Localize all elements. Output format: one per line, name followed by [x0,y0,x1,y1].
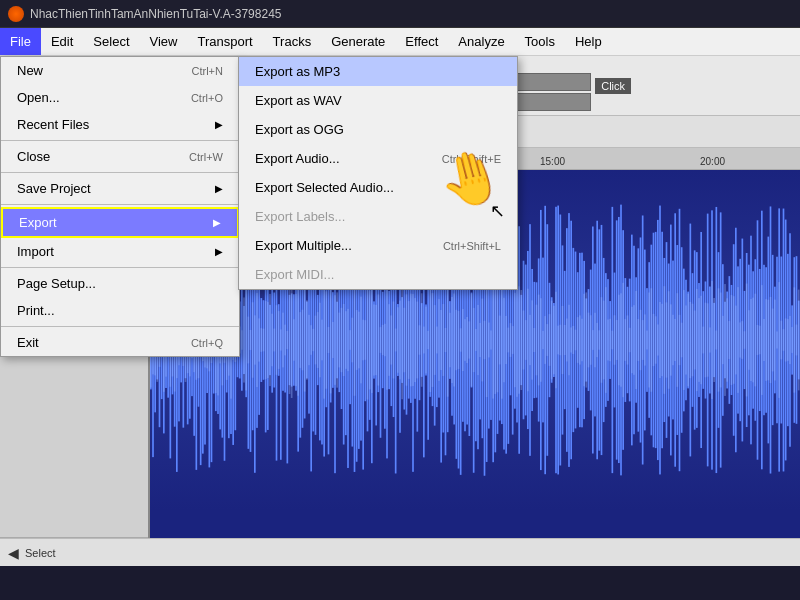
export-submenu: Export as MP3 Export as WAV Export as OG… [238,56,518,290]
click-badge[interactable]: Click [595,78,631,94]
menu-export-label: Export [19,215,57,230]
export-labels-label: Export Labels... [255,209,345,224]
file-menu-dropdown: New Ctrl+N Open... Ctrl+O Recent Files ▶… [0,56,240,357]
menu-transport[interactable]: Transport [187,28,262,55]
menu-generate[interactable]: Generate [321,28,395,55]
app-icon [8,6,24,22]
menu-close[interactable]: Close Ctrl+W [1,143,239,170]
menu-close-label: Close [17,149,50,164]
menu-edit[interactable]: Edit [41,28,83,55]
menu-new[interactable]: New Ctrl+N [1,57,239,84]
menu-save-project[interactable]: Save Project ▶ [1,175,239,202]
export-labels: Export Labels... [239,202,517,231]
menu-new-label: New [17,63,43,78]
menu-import-label: Import [17,244,54,259]
menu-print[interactable]: Print... [1,297,239,324]
sep-5 [1,326,239,327]
menu-print-label: Print... [17,303,55,318]
export-multiple-shortcut: Ctrl+Shift+L [443,240,501,252]
export-multiple[interactable]: Export Multiple... Ctrl+Shift+L [239,231,517,260]
menu-export-arrow: ▶ [213,217,221,228]
menu-recent[interactable]: Recent Files ▶ [1,111,239,138]
export-midi-label: Export MIDI... [255,267,334,282]
export-audio[interactable]: Export Audio... Ctrl+Shift+E [239,144,517,173]
menu-help[interactable]: Help [565,28,612,55]
menu-exit-label: Exit [17,335,39,350]
export-mp3-label: Export as MP3 [255,64,340,79]
export-ogg[interactable]: Export as OGG [239,115,517,144]
menu-save-label: Save Project [17,181,91,196]
export-selected-label: Export Selected Audio... [255,180,394,195]
menu-exit[interactable]: Exit Ctrl+Q [1,329,239,356]
status-arrow-icon: ◀ [8,545,19,561]
menu-close-shortcut: Ctrl+W [189,151,223,163]
export-selected-audio[interactable]: Export Selected Audio... [239,173,517,202]
sep-4 [1,267,239,268]
menu-file[interactable]: File [0,28,41,55]
menu-exit-shortcut: Ctrl+Q [191,337,223,349]
menu-pagesetup[interactable]: Page Setup... [1,270,239,297]
select-label: Select [25,547,56,559]
menu-tools[interactable]: Tools [515,28,565,55]
export-midi: Export MIDI... [239,260,517,289]
sep-1 [1,140,239,141]
export-ogg-label: Export as OGG [255,122,344,137]
export-audio-shortcut: Ctrl+Shift+E [442,153,501,165]
menu-open-shortcut: Ctrl+O [191,92,223,104]
ruler-mark-15: 15:00 [540,156,565,167]
sep-3 [1,204,239,205]
menu-open[interactable]: Open... Ctrl+O [1,84,239,111]
app-title: NhacThienTinhTamAnNhienTuTai-V.A-3798245 [30,7,281,21]
menu-import-arrow: ▶ [215,246,223,257]
export-mp3[interactable]: Export as MP3 [239,57,517,86]
export-audio-label: Export Audio... [255,151,340,166]
menu-open-label: Open... [17,90,60,105]
sep-2 [1,172,239,173]
menu-export[interactable]: Export ▶ [1,207,239,238]
export-wav-label: Export as WAV [255,93,342,108]
statusbar: ◀ Select [0,538,800,566]
menubar: File Edit Select View Transport Tracks G… [0,28,800,56]
ruler-mark-20: 20:00 [700,156,725,167]
export-multiple-label: Export Multiple... [255,238,352,253]
menu-effect[interactable]: Effect [395,28,448,55]
menu-select[interactable]: Select [83,28,139,55]
menu-tracks[interactable]: Tracks [263,28,322,55]
menu-recent-label: Recent Files [17,117,89,132]
menu-pagesetup-label: Page Setup... [17,276,96,291]
menu-import[interactable]: Import ▶ [1,238,239,265]
menu-save-arrow: ▶ [215,183,223,194]
menu-recent-arrow: ▶ [215,119,223,130]
export-wav[interactable]: Export as WAV [239,86,517,115]
menu-new-shortcut: Ctrl+N [192,65,223,77]
titlebar: NhacThienTinhTamAnNhienTuTai-V.A-3798245 [0,0,800,28]
menu-analyze[interactable]: Analyze [448,28,514,55]
menu-view[interactable]: View [140,28,188,55]
